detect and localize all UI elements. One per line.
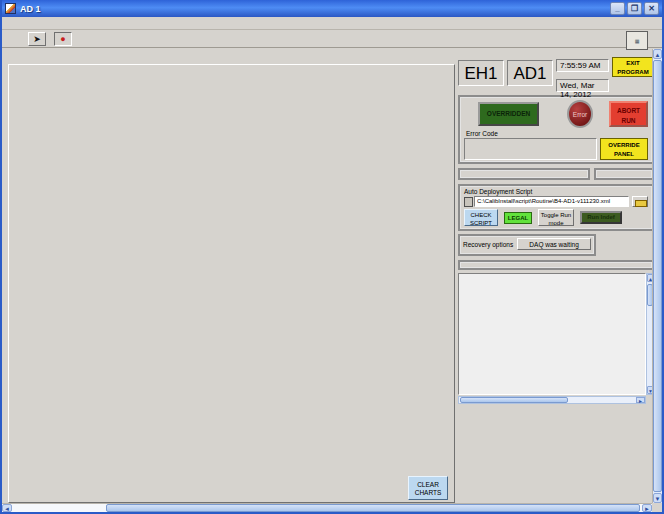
browse-folder-icon[interactable] (632, 196, 648, 207)
app-window: AD 1 _ ❐ ✕ ➤ ● ▦ CLEAR CHARTS EH1 AD1 7:… (0, 0, 664, 514)
scroll-down-icon[interactable]: ▼ (653, 493, 662, 503)
error-code-fields (464, 138, 597, 160)
control-panel: EH1 AD1 7:55:59 AM EXIT PROGRAM Wed, Mar… (458, 57, 654, 505)
toggle-run-mode-button[interactable]: Toggle Run mode (538, 209, 574, 226)
main-area: CLEAR CHARTS EH1 AD1 7:55:59 AM EXIT PRO… (2, 49, 656, 505)
scroll-up-icon[interactable]: ▲ (653, 49, 662, 59)
window-vertical-scrollbar[interactable]: ▲ ▼ (652, 49, 662, 503)
recovery-camera-panel: Recovery options DAQ was waiting (458, 234, 596, 256)
status-indicator-panel (594, 168, 654, 180)
script-label: Auto Deployment Script (464, 188, 648, 195)
detector-label: AD1 (507, 60, 553, 86)
mode-panel (458, 168, 590, 180)
window-horizontal-scrollbar[interactable]: ◄ ► (2, 503, 652, 512)
horizontal-scroll-thumb[interactable] (106, 504, 640, 512)
path-type-icon (464, 197, 473, 207)
log-horizontal-scrollbar[interactable]: ► (458, 396, 646, 404)
toolbar: ➤ ● ▦ (2, 30, 662, 48)
time-display: 7:55:59 AM (556, 59, 609, 72)
run-icon[interactable]: ➤ (28, 32, 46, 46)
abort-icon[interactable]: ● (54, 32, 72, 46)
scroll-right-icon[interactable]: ► (642, 504, 652, 512)
vertical-scroll-thumb[interactable] (653, 60, 662, 492)
auto-deployment-panel: Auto Deployment Script C:\CalibInstall\s… (458, 184, 654, 231)
recovery-options-label: Recovery options (463, 241, 513, 248)
station-label: EH1 (458, 60, 504, 86)
overridden-indicator: OVERRIDDEN (478, 102, 539, 126)
maximize-icon[interactable]: ❐ (627, 2, 642, 15)
error-panel: OVERRIDDEN Error ABORT RUN Error Code OV… (458, 95, 654, 164)
run-indef-button[interactable]: Run Indef (580, 211, 622, 224)
legal-indicator: LEGAL (504, 212, 532, 224)
acu-tabstrip (15, 68, 452, 81)
scroll-left-icon[interactable]: ◄ (2, 504, 12, 512)
header: EH1 AD1 7:55:59 AM EXIT PROGRAM Wed, Mar… (458, 57, 654, 92)
menu-bar (2, 17, 662, 30)
load-cell-panel (458, 260, 654, 270)
script-path-field[interactable]: C:\CalibInstall\script\Routine\B4-AD1-v1… (474, 196, 629, 207)
error-code-label: Error Code (466, 130, 648, 137)
log-area: ▲ ▼ (458, 273, 654, 395)
clear-charts-button[interactable]: CLEAR CHARTS (408, 476, 448, 500)
override-panel-button[interactable]: OVERRIDE PANEL (600, 138, 648, 160)
close-icon[interactable]: ✕ (644, 2, 659, 15)
log-hscroll-thumb[interactable] (460, 397, 568, 403)
minimize-icon[interactable]: _ (610, 2, 625, 15)
window-title: AD 1 (20, 4, 608, 14)
abort-run-button[interactable]: ABORT RUN (609, 101, 648, 127)
log-scroll-right-icon[interactable]: ► (636, 397, 645, 403)
scrollbar-corner (652, 503, 662, 512)
vi-panel-icon: ▦ (626, 31, 648, 50)
date-display: Wed, Mar 14, 2012 (556, 79, 609, 92)
log-listbox[interactable] (458, 273, 646, 395)
check-script-button[interactable]: CHECK SCRIPT (464, 209, 498, 226)
window-icon (5, 3, 16, 14)
strip-charts-page: CLEAR CHARTS (8, 64, 455, 503)
title-bar: AD 1 _ ❐ ✕ (2, 0, 662, 17)
daq-was-waiting-button[interactable]: DAQ was waiting (517, 238, 591, 250)
error-led: Error (567, 100, 593, 128)
exit-program-button[interactable]: EXIT PROGRAM (612, 57, 654, 77)
